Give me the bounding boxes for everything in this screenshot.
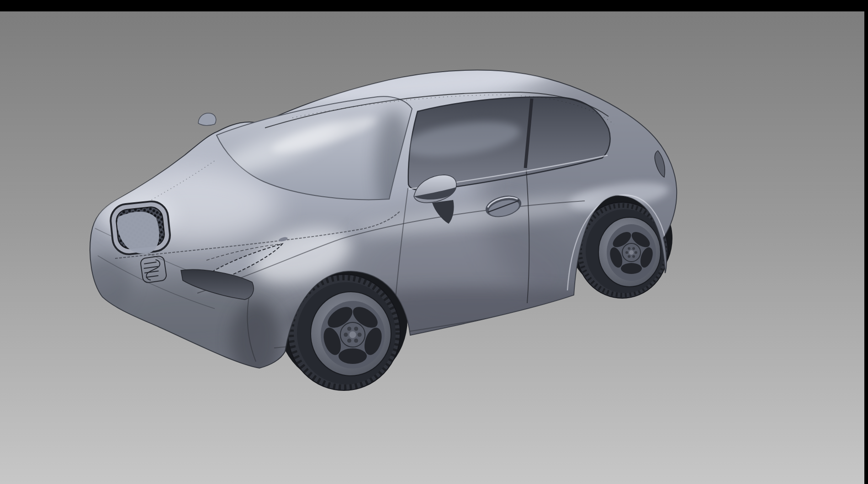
rear-center-cap xyxy=(629,250,634,255)
letterbox-top-bar xyxy=(0,0,868,11)
far-side-mirror-tip xyxy=(198,113,216,126)
cad-viewport[interactable] xyxy=(0,11,864,484)
car-render xyxy=(0,11,864,484)
letterbox-right-bar xyxy=(864,0,868,484)
front-grille xyxy=(109,200,172,257)
car-model[interactable] xyxy=(78,65,726,390)
front-center-cap xyxy=(349,331,356,338)
screenshot-frame xyxy=(0,0,868,484)
